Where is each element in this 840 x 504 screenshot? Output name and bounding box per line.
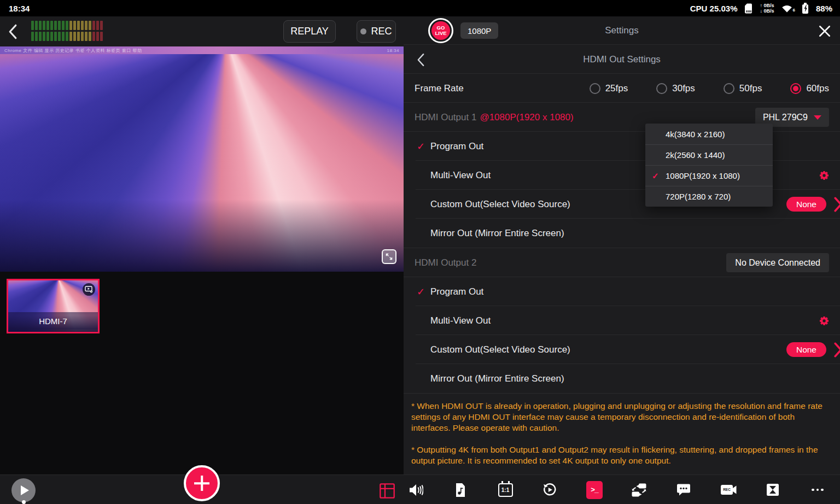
- source-label: HDMI-7: [8, 312, 98, 330]
- frame-rate-option-25fps[interactable]: 25fps: [590, 83, 628, 94]
- hdmi-out-settings-title: HDMI Out Settings: [404, 45, 840, 74]
- radio-icon: [656, 83, 667, 94]
- play-icon: [21, 485, 29, 495]
- fullscreen-expand-button[interactable]: [382, 249, 396, 264]
- expand-arrows-icon: [385, 253, 393, 261]
- volume-button[interactable]: [404, 475, 428, 504]
- speaker-icon: [409, 483, 423, 497]
- program-monitor[interactable]: Chrome 文件 编辑 显示 历史记录 书签 个人资料 标签页 窗口 帮助 1…: [0, 46, 404, 272]
- status-indicators: CPU 25.03% ↑ 0B/s ↓ 0B/s 6 88%: [690, 3, 832, 14]
- screen-mirror-icon: [766, 483, 780, 497]
- close-settings-button[interactable]: [818, 24, 832, 38]
- source-thumbnail[interactable]: HDMI-7: [7, 279, 100, 333]
- frame-rate-option-30fps[interactable]: 30fps: [656, 83, 695, 94]
- sd-card-icon: [744, 3, 752, 14]
- more-dots-icon: [812, 489, 824, 491]
- hdmi-out-subheader: HDMI Out Settings: [404, 45, 840, 74]
- resolution-menu: 4k(3840 x 2160) 2k(2560 x 1440) ✓ 1080P(…: [645, 124, 773, 207]
- frame-rate-option-50fps[interactable]: 50fps: [724, 83, 762, 94]
- resolution-option-720p[interactable]: 720P(1280 x 720): [645, 186, 773, 207]
- record-camera-icon: REC: [720, 484, 737, 496]
- aspect-ratio-button[interactable]: 1:1: [493, 475, 517, 504]
- output2-custom-out-row[interactable]: Custom Out(Select Video Source) None: [404, 335, 840, 364]
- record-button[interactable]: REC: [716, 475, 740, 504]
- output1-label: HDMI Output 1: [415, 112, 476, 123]
- rec-indicator-dot: [360, 28, 366, 34]
- hdmi-warning-text: * When HDMI OUT is already in operation,…: [411, 401, 836, 466]
- resolution-option-4k[interactable]: 4k(3840 x 2160): [645, 124, 773, 144]
- battery-percent: 88%: [816, 4, 832, 13]
- chevron-right-icon: [833, 197, 840, 212]
- output2-device-status[interactable]: No Device Connected: [726, 253, 829, 272]
- resolution-option-2k[interactable]: 2k(2560 x 1440): [645, 144, 773, 165]
- page-indicator-dot: [22, 500, 26, 504]
- download-arrow-icon: ↓: [760, 8, 762, 14]
- frame-rate-label: Frame Rate: [415, 83, 464, 94]
- output1-custom-out-row[interactable]: Custom Out(Select Video Source) None: [404, 190, 840, 219]
- rec-button[interactable]: REC: [357, 20, 396, 43]
- settings-panel: Settings GOLIVE 1080P HDMI Out Settings …: [404, 16, 840, 504]
- camera-swap-button[interactable]: [627, 475, 651, 504]
- replay-button[interactable]: REPLAY: [283, 20, 336, 43]
- output2-section-header: HDMI Output 2 No Device Connected: [404, 248, 840, 277]
- wifi-level: 6: [793, 8, 795, 13]
- settings-toolbar: 1:1 >_: [404, 474, 840, 504]
- chevron-left-icon: [8, 24, 18, 39]
- go-live-button[interactable]: GOLIVE: [428, 18, 453, 43]
- output2-program-out-row[interactable]: ✓ Program Out: [404, 277, 840, 306]
- check-icon: ✓: [652, 171, 659, 181]
- close-icon: [818, 25, 832, 38]
- video-frame: [0, 46, 404, 272]
- layout-grid-icon: [379, 483, 396, 499]
- output1-mirror-out-row[interactable]: Mirror Out (Mirror Entire Screen): [404, 219, 840, 248]
- monitor-panel: REPLAY REC Chrome 文件 编辑 显示 历史记录 书签 个人资料 …: [0, 16, 404, 504]
- output2-multiview-out-row[interactable]: Multi-View Out: [404, 306, 840, 335]
- check-icon: ✓: [417, 286, 425, 298]
- radio-selected-icon: [790, 83, 801, 94]
- music-file-icon: [454, 483, 466, 497]
- add-source-button[interactable]: [184, 465, 220, 501]
- output1-section-header: HDMI Output 1 @1080P(1920 x 1080) PHL 27…: [404, 103, 840, 132]
- settings-header: Settings GOLIVE 1080P: [404, 16, 840, 45]
- more-button[interactable]: [806, 475, 830, 504]
- resolution-option-1080p[interactable]: ✓ 1080P(1920 x 1080): [645, 165, 773, 186]
- monitor-header: REPLAY REC: [0, 16, 404, 46]
- multiview-layout-button[interactable]: [379, 482, 396, 500]
- music-button[interactable]: [448, 475, 472, 504]
- output1-multiview-out-row[interactable]: Multi-View Out: [404, 161, 840, 190]
- screen-mirror-button[interactable]: [761, 475, 785, 504]
- history-button[interactable]: [538, 475, 562, 504]
- terminal-button[interactable]: >_: [582, 475, 606, 504]
- comments-button[interactable]: [672, 475, 696, 504]
- battery-icon: [802, 3, 809, 14]
- upload-arrow-icon: ↑: [760, 3, 762, 8]
- output2-mirror-out-row[interactable]: Mirror Out (Mirror Entire Screen): [404, 364, 840, 394]
- frame-rate-row: Frame Rate 25fps 30fps 50fps 60fps: [404, 74, 840, 103]
- cpu-usage: CPU 25.03%: [690, 4, 738, 13]
- status-bar: 18:34 CPU 25.03% ↑ 0B/s ↓ 0B/s 6 88%: [0, 0, 840, 16]
- audio-level-meter: [31, 21, 103, 41]
- wifi-icon: [781, 4, 792, 13]
- radio-icon: [724, 83, 734, 94]
- play-button[interactable]: [11, 478, 36, 502]
- warning-paragraph: * Outputting 4K from both Output1 and Ou…: [411, 444, 836, 466]
- network-speed: ↑ 0B/s ↓ 0B/s: [760, 3, 774, 14]
- source-settings-icon[interactable]: [83, 283, 95, 296]
- app-root: 18:34 CPU 25.03% ↑ 0B/s ↓ 0B/s 6 88%: [0, 0, 840, 504]
- output1-program-out-row[interactable]: ✓ Program Out: [404, 132, 840, 161]
- comment-bubble-icon: [676, 483, 691, 496]
- warning-paragraph: * When HDMI OUT is already in operation,…: [411, 401, 836, 433]
- multiview-settings-gear-icon[interactable]: [819, 315, 830, 326]
- back-button[interactable]: [5, 24, 20, 40]
- chevron-right-icon: [833, 342, 840, 358]
- output2-label: HDMI Output 2: [415, 257, 476, 268]
- stream-resolution-badge[interactable]: 1080P: [460, 22, 498, 39]
- output1-resolution: @1080P(1920 x 1080): [480, 112, 573, 123]
- history-icon: [542, 483, 557, 497]
- output1-custom-out-none-button[interactable]: None: [786, 197, 826, 212]
- radio-icon: [590, 83, 600, 94]
- frame-rate-option-60fps[interactable]: 60fps: [790, 83, 829, 94]
- output2-custom-out-none-button[interactable]: None: [786, 342, 826, 357]
- multiview-settings-gear-icon[interactable]: [819, 170, 830, 181]
- chevron-down-icon: [814, 115, 821, 120]
